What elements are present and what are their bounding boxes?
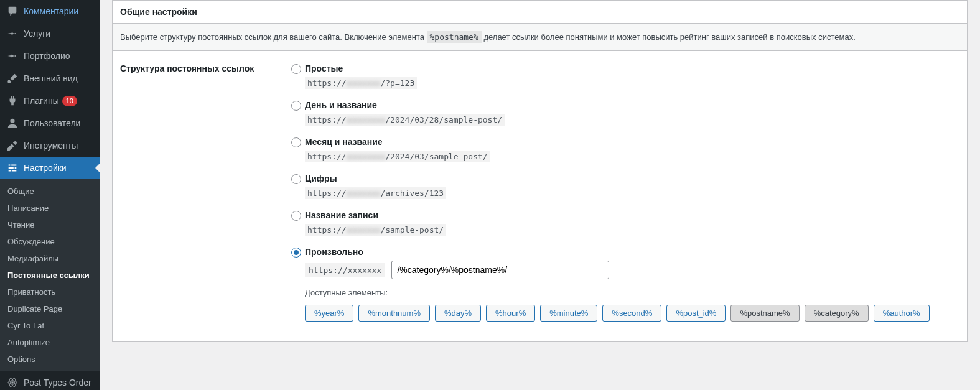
sidebar-item-label: Post Types Order	[24, 378, 91, 388]
token-minute[interactable]: %minute%	[540, 305, 597, 322]
desc-text-before: Выберите структуру постоянных ссылок для…	[120, 32, 427, 42]
permalink-options: Простые https://xxxxxxx/?p=123 День и на…	[291, 63, 959, 329]
available-tokens-label: Доступные элементы:	[305, 288, 959, 297]
sidebar-item-tools[interactable]: Инструменты	[0, 134, 100, 157]
submenu-item-cyrtolat[interactable]: Cyr To Lat	[0, 317, 100, 334]
token-row: %year% %monthnum% %day% %hour% %minute% …	[305, 305, 959, 322]
radio-postname[interactable]	[291, 211, 301, 221]
token-postid[interactable]: %post_id%	[666, 305, 726, 322]
sidebar-item-label: Внешний вид	[24, 73, 78, 83]
submenu-item-duplicate[interactable]: Duplicate Page	[0, 300, 100, 317]
option-label: День и название	[305, 100, 959, 110]
brush-icon	[6, 72, 19, 85]
user-icon	[6, 117, 19, 129]
panel-description: Выберите структуру постоянных ссылок для…	[113, 24, 967, 51]
sidebar-item-label: Комментарии	[24, 6, 78, 16]
token-monthnum[interactable]: %monthnum%	[358, 305, 430, 322]
token-postname[interactable]: %postname%	[730, 305, 799, 322]
current-marker	[95, 163, 100, 173]
token-hour[interactable]: %hour%	[486, 305, 535, 322]
sidebar-item-label: Услуги	[24, 29, 50, 39]
plug-icon	[6, 95, 19, 107]
token-author[interactable]: %author%	[874, 305, 930, 322]
radio-monthname[interactable]	[291, 137, 301, 147]
permalink-option-monthname: Месяц и название https://xxxxxxxx/2024/0…	[291, 137, 959, 162]
permalink-option-numeric: Цифры https://xxxxxxx/archives/123	[291, 174, 959, 199]
sidebar-item-portfolio[interactable]: Портфолио	[0, 45, 100, 67]
submenu-item-discussion[interactable]: Обсуждение	[0, 233, 100, 250]
comment-icon	[6, 5, 19, 17]
sidebar-item-label: Пользователи	[24, 118, 80, 128]
option-label: Название записи	[305, 210, 959, 220]
content-area: Общие настройки Выберите структуру посто…	[100, 0, 980, 390]
token-year[interactable]: %year%	[305, 305, 353, 322]
custom-structure-row: https://xxxxxxx	[305, 261, 959, 279]
option-label: Произвольно	[305, 247, 959, 257]
section-label: Структура постоянных ссылок	[120, 63, 291, 329]
sidebar-item-services[interactable]: Услуги	[0, 22, 100, 45]
settings-panel: Общие настройки Выберите структуру посто…	[112, 0, 968, 342]
token-category[interactable]: %category%	[805, 305, 869, 322]
sidebar-item-label: Портфолио	[24, 51, 70, 61]
submenu-item-writing[interactable]: Написание	[0, 200, 100, 216]
option-example: https://xxxxxxxx/2024/03/sample-post/	[305, 151, 959, 162]
sidebar-item-pto[interactable]: Post Types Order	[0, 371, 100, 390]
option-example: https://xxxxxxxx/2024/03/28/sample-post/	[305, 114, 959, 126]
permalink-option-dayname: День и название https://xxxxxxxx/2024/03…	[291, 100, 959, 126]
svg-point-1	[11, 381, 14, 384]
option-label: Цифры	[305, 174, 959, 183]
option-label: Месяц и название	[305, 137, 959, 147]
sidebar-item-settings[interactable]: Настройки	[0, 157, 100, 179]
option-example: https://xxxxxxx/sample-post/	[305, 224, 959, 236]
submenu-item-reading[interactable]: Чтение	[0, 216, 100, 233]
submenu-item-general[interactable]: Общие	[0, 183, 100, 200]
radio-plain[interactable]	[291, 64, 301, 74]
permalink-option-plain: Простые https://xxxxxxx/?p=123	[291, 63, 959, 89]
sidebar-item-label: Плагины	[24, 96, 59, 106]
radio-numeric[interactable]	[291, 174, 301, 184]
settings-submenu: Общие Написание Чтение Обсуждение Медиаф…	[0, 179, 100, 371]
option-example: https://xxxxxxx/?p=123	[305, 77, 959, 89]
custom-structure-input[interactable]	[391, 261, 609, 279]
admin-sidebar: Комментарии Услуги Портфолио Внешний вид…	[0, 0, 100, 390]
submenu-item-autoptimize[interactable]: Autoptimize	[0, 334, 100, 351]
sliders-icon	[6, 162, 19, 174]
sidebar-item-plugins[interactable]: Плагины 10	[0, 90, 100, 112]
sidebar-item-label: Инструменты	[24, 141, 78, 151]
option-example: https://xxxxxxx/archives/123	[305, 187, 959, 199]
sidebar-item-comments[interactable]: Комментарии	[0, 0, 100, 22]
permalink-option-postname: Название записи https://xxxxxxx/sample-p…	[291, 210, 959, 236]
site-url-prefix: https://xxxxxxx	[305, 263, 385, 277]
submenu-item-permalinks[interactable]: Постоянные ссылки	[0, 267, 100, 284]
pin-icon	[6, 27, 19, 40]
radio-custom[interactable]	[291, 248, 301, 258]
permalink-option-custom: Произвольно https://xxxxxxx Доступные эл…	[291, 247, 959, 322]
wrench-icon	[6, 139, 19, 152]
desc-text-after: делает ссылки более понятными и может по…	[483, 32, 855, 42]
form-table: Структура постоянных ссылок Простые http…	[113, 51, 967, 341]
radio-dayname[interactable]	[291, 101, 301, 111]
atom-icon	[6, 376, 19, 389]
panel-header: Общие настройки	[113, 1, 967, 24]
submenu-item-options[interactable]: Options	[0, 351, 100, 368]
pin-icon	[6, 50, 19, 62]
token-day[interactable]: %day%	[435, 305, 481, 322]
svg-point-0	[10, 119, 14, 123]
submenu-item-privacy[interactable]: Приватность	[0, 284, 100, 300]
sidebar-item-users[interactable]: Пользователи	[0, 112, 100, 134]
desc-code-token: %postname%	[427, 31, 482, 43]
submenu-item-media[interactable]: Медиафайлы	[0, 250, 100, 267]
token-second[interactable]: %second%	[602, 305, 661, 322]
option-label: Простые	[305, 63, 959, 73]
sidebar-item-label: Настройки	[24, 163, 67, 173]
sidebar-item-appearance[interactable]: Внешний вид	[0, 67, 100, 90]
update-badge: 10	[62, 96, 77, 106]
